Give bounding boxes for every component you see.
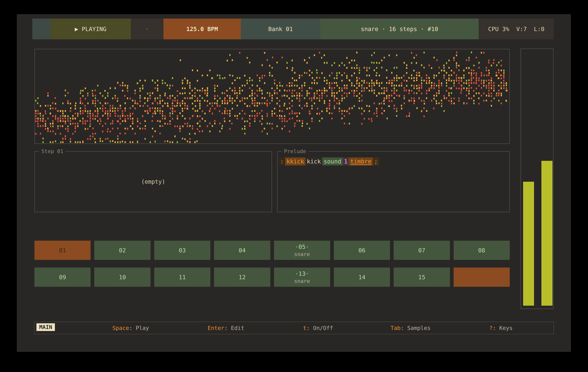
- step-button-04[interactable]: 04: [214, 241, 270, 260]
- step-button-15[interactable]: 15: [394, 268, 450, 287]
- step-detail-panel: Step 01 (empty): [34, 151, 272, 212]
- footer-bar: MAIN Space: PlayEnter: Editt: On/OffTab:…: [34, 322, 554, 334]
- shortcut-key: ?: [489, 325, 493, 331]
- step-button-10[interactable]: 10: [94, 268, 150, 287]
- prelude-token-2[interactable]: kkick: [285, 157, 305, 165]
- step-button-label: ·13·: [295, 270, 309, 277]
- step-button-label: 10: [119, 274, 126, 281]
- shortcut-key: Space: [112, 325, 129, 331]
- step-button-08[interactable]: 08: [454, 241, 510, 260]
- empty-state-text: (empty): [141, 179, 165, 185]
- step-button-sublabel: snare: [294, 278, 310, 284]
- step-button-01[interactable]: 01: [34, 241, 91, 260]
- step-button-label: 15: [418, 274, 425, 281]
- step-button-05[interactable]: ·05·snare: [274, 241, 330, 260]
- step-button-label: 07: [418, 247, 425, 254]
- step-button-16[interactable]: [454, 268, 510, 287]
- step-indicator-dot: ·: [131, 19, 163, 39]
- shortcut-keys: ?: Keys: [489, 322, 513, 334]
- system-stats: CPU 3% V:7 L:0: [479, 19, 554, 39]
- prelude-legend: Prelude: [282, 148, 308, 154]
- prelude-token-4[interactable]: sound: [322, 157, 343, 165]
- step-button-label: 14: [358, 274, 366, 281]
- shortcut-label: : Keys: [493, 325, 513, 331]
- shortcut-label: : Samples: [400, 325, 430, 331]
- step-grid-row-2: 09101112·13·snare1415: [34, 268, 510, 287]
- shortcut-key: Enter: [208, 325, 224, 331]
- step-button-12[interactable]: 12: [214, 268, 270, 287]
- shortcut-samples: Tab: Samples: [390, 322, 430, 334]
- shortcut-key: t: [303, 325, 306, 331]
- prelude-token-5[interactable]: 1: [343, 157, 349, 165]
- transport-status[interactable]: ▶ PLAYING: [50, 19, 131, 39]
- shortcut-play: Space: Play: [112, 322, 149, 334]
- prelude-token-1[interactable]: :: [279, 157, 285, 165]
- top-bar-spacer: [32, 19, 50, 39]
- prelude-token-6[interactable]: timbre: [349, 157, 373, 165]
- prelude-code-line: :kkickkicksound1timbre;: [279, 157, 379, 165]
- shortcut-label: : On/Off: [306, 325, 333, 331]
- shortcut-label: : Play: [129, 325, 149, 331]
- step-button-label: 12: [239, 274, 246, 281]
- step-button-09[interactable]: 09: [34, 268, 91, 287]
- level-meter-bar-1: [523, 182, 534, 306]
- top-status-bar: ▶ PLAYING · 125.0 BPM Bank 01 snare · 16…: [32, 19, 554, 39]
- bpm-display[interactable]: 125.0 BPM: [163, 19, 241, 39]
- step-button-11[interactable]: 11: [154, 268, 210, 287]
- prelude-panel: Prelude :kkickkicksound1timbre;: [277, 151, 510, 212]
- shortcut-edit: Enter: Edit: [208, 322, 244, 334]
- shortcut-key: Tab: [390, 325, 400, 331]
- step-grid-row-1: 01020304·05·snare060708: [34, 241, 510, 260]
- level-meter-bar-2: [541, 161, 553, 306]
- pattern-info: snare · 16 steps · #10: [320, 19, 479, 39]
- mode-badge: MAIN: [36, 323, 55, 331]
- step-button-label: 02: [119, 247, 126, 254]
- shortcut-on-off: t: On/Off: [303, 322, 333, 334]
- bank-display[interactable]: Bank 01: [241, 19, 320, 39]
- shortcut-label: : Edit: [224, 325, 244, 331]
- prelude-token-3[interactable]: kick: [305, 157, 322, 165]
- step-button-label: 09: [59, 274, 66, 281]
- step-button-03[interactable]: 03: [154, 241, 210, 260]
- prelude-token-7[interactable]: ;: [373, 157, 379, 165]
- step-button-label: 06: [358, 247, 366, 254]
- pattern-visualizer-panel: [34, 49, 510, 144]
- step-button-label: ·05·: [295, 243, 309, 250]
- step-button-label: 11: [179, 274, 186, 281]
- step-button-14[interactable]: 14: [334, 268, 390, 287]
- step-detail-legend: Step 01: [39, 148, 65, 154]
- pattern-visualizer-canvas: [35, 49, 509, 143]
- step-button-06[interactable]: 06: [334, 241, 390, 260]
- level-meter-panel: [521, 49, 554, 309]
- step-button-label: 01: [59, 247, 66, 254]
- step-button-07[interactable]: 07: [394, 241, 450, 260]
- step-button-02[interactable]: 02: [94, 241, 150, 260]
- step-button-label: 03: [179, 247, 186, 254]
- step-button-sublabel: snare: [294, 251, 310, 257]
- app-window: ▶ PLAYING · 125.0 BPM Bank 01 snare · 16…: [17, 14, 571, 352]
- step-button-13[interactable]: ·13·snare: [274, 268, 330, 287]
- step-button-label: 08: [478, 247, 485, 254]
- step-button-label: 04: [239, 247, 246, 254]
